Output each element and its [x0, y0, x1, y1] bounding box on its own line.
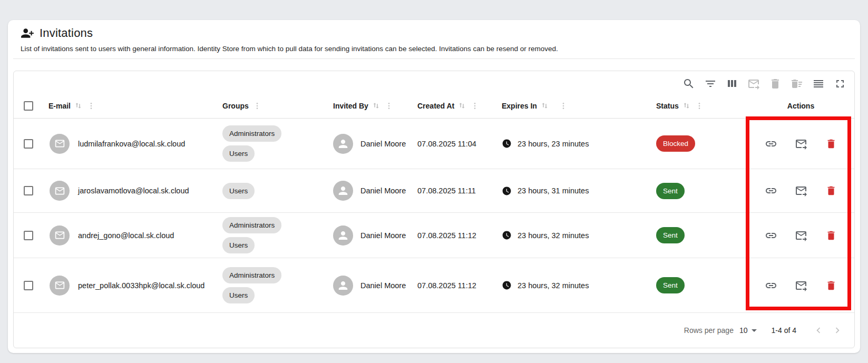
status-badge: Sent	[656, 227, 685, 243]
copy-link-button[interactable]	[764, 279, 778, 292]
email-avatar	[50, 225, 70, 246]
mail-icon	[54, 280, 65, 291]
created-at-text: 07.08.2025 11:11	[417, 187, 476, 195]
person-icon	[336, 184, 350, 198]
mail-icon	[54, 230, 65, 241]
user-avatar	[333, 181, 353, 201]
row-checkbox[interactable]	[24, 231, 33, 240]
user-avatar	[333, 276, 353, 296]
column-menu-icon[interactable]	[471, 102, 479, 110]
table-header-row: E-mail Groups Invited By Created At Expi…	[14, 93, 854, 119]
column-menu-icon[interactable]	[253, 102, 261, 110]
group-chip: Administrators	[222, 217, 281, 233]
copy-link-button[interactable]	[764, 137, 778, 151]
column-header-created-at: Created At	[417, 102, 454, 110]
link-icon	[765, 229, 777, 242]
header-divider	[13, 58, 855, 59]
group-chips: AdministratorsUsers	[222, 267, 281, 303]
delete-invitation-button[interactable]	[824, 137, 838, 151]
group-chips: AdministratorsUsers	[222, 217, 281, 253]
clock-icon	[502, 230, 512, 240]
person-icon	[336, 137, 350, 151]
column-menu-icon[interactable]	[695, 102, 704, 110]
column-header-email: E-mail	[48, 102, 71, 110]
column-header-actions: Actions	[787, 102, 814, 110]
group-chip: Users	[222, 183, 255, 199]
sort-icon[interactable]	[457, 101, 466, 110]
email-text: ludmilafrankova@local.sk.cloud	[78, 140, 185, 148]
email-text: jaroslavamotlova@local.sk.cloud	[78, 187, 189, 195]
person-add-icon	[21, 26, 34, 40]
person-icon	[336, 279, 350, 292]
group-chip: Users	[222, 237, 255, 253]
filter-icon[interactable]	[704, 77, 717, 90]
mail-icon	[54, 138, 65, 149]
resend-invitation-button[interactable]	[794, 137, 808, 151]
card-header: Invitations List of invitations sent to …	[8, 20, 860, 53]
clock-icon	[502, 186, 512, 196]
chevron-down-icon	[752, 329, 757, 332]
expires-in-text: 23 hours, 32 minutes	[518, 231, 589, 240]
group-chip: Administrators	[222, 267, 281, 283]
column-header-status: Status	[656, 102, 679, 110]
link-icon	[765, 138, 777, 150]
delete-invitation-button[interactable]	[824, 184, 838, 198]
rows-per-page-value: 10	[739, 326, 748, 335]
rows-per-page-label: Rows per page	[684, 326, 734, 335]
column-menu-icon[interactable]	[559, 102, 573, 110]
created-at-text: 07.08.2025 11:04	[417, 140, 476, 148]
table-footer: Rows per page 10 1-4 of 4	[14, 313, 854, 348]
table-body: ludmilafrankova@local.sk.cloud Administr…	[14, 119, 854, 313]
row-checkbox[interactable]	[24, 139, 33, 149]
invited-by-text: Daniel Moore	[360, 231, 406, 240]
fullscreen-icon[interactable]	[834, 77, 846, 90]
select-all-checkbox[interactable]	[24, 101, 33, 111]
resend-invitation-button[interactable]	[794, 229, 808, 242]
row-checkbox[interactable]	[24, 186, 33, 195]
row-checkbox[interactable]	[24, 281, 33, 290]
sort-icon[interactable]	[682, 101, 691, 110]
expires-in-text: 23 hours, 32 minutes	[518, 281, 589, 290]
trash-icon	[825, 138, 837, 150]
column-header-expires-in: Expires In	[502, 102, 537, 110]
pagination-range: 1-4 of 4	[772, 326, 796, 335]
invited-by-text: Daniel Moore	[360, 281, 406, 290]
columns-icon[interactable]	[726, 77, 738, 90]
clock-icon	[502, 139, 512, 149]
resend-invitation-button[interactable]	[794, 279, 808, 292]
clock-icon	[502, 280, 512, 290]
sort-icon[interactable]	[74, 101, 83, 110]
group-chip: Users	[222, 145, 255, 162]
next-page-button[interactable]	[830, 323, 845, 338]
expires-in-text: 23 hours, 31 minutes	[518, 187, 589, 195]
copy-link-button[interactable]	[764, 229, 778, 242]
invited-by-text: Daniel Moore	[360, 187, 406, 195]
column-menu-icon[interactable]	[87, 102, 95, 110]
search-icon[interactable]	[682, 77, 695, 90]
sort-icon[interactable]	[540, 101, 555, 110]
previous-page-button[interactable]	[811, 323, 826, 338]
group-chip: Administrators	[222, 125, 281, 142]
trash-icon	[825, 230, 837, 241]
link-icon	[765, 184, 777, 197]
resend-invitation-button[interactable]	[794, 184, 808, 198]
delete-invitation-button[interactable]	[824, 229, 838, 242]
rows-per-page-select[interactable]: 10	[739, 326, 757, 335]
group-chips: AdministratorsUsers	[222, 125, 281, 162]
email-text: peter_pollak.0033hpk@local.sk.cloud	[78, 281, 204, 290]
page-title: Invitations	[40, 26, 93, 40]
trash-icon	[825, 185, 837, 197]
delete-sweep-icon	[791, 77, 803, 90]
table-toolbar	[14, 71, 854, 93]
column-menu-icon[interactable]	[385, 102, 393, 110]
density-icon[interactable]	[812, 77, 825, 90]
copy-link-button[interactable]	[764, 184, 778, 198]
column-header-invited-by: Invited By	[333, 102, 368, 110]
created-at-text: 07.08.2025 11:12	[417, 281, 476, 290]
link-icon	[765, 279, 777, 292]
table-row: peter_pollak.0033hpk@local.sk.cloud Admi…	[14, 258, 854, 313]
delete-invitation-button[interactable]	[824, 279, 838, 292]
sort-icon[interactable]	[372, 101, 381, 110]
resend-mail-icon	[795, 229, 807, 242]
mail-icon	[54, 185, 65, 197]
